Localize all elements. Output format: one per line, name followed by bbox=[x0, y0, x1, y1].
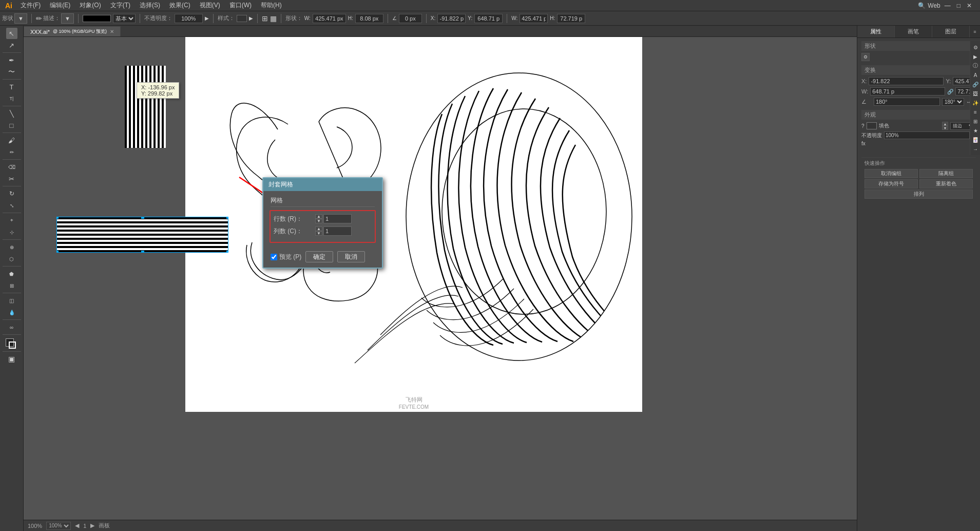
shape-h-input[interactable] bbox=[355, 14, 383, 23]
link-proportions-icon[interactable]: 🔗 bbox=[947, 89, 953, 94]
change-screen-mode[interactable]: ▣ bbox=[6, 353, 17, 365]
perspective-tool[interactable]: ⬟ bbox=[6, 268, 17, 279]
fill-color-swatch[interactable] bbox=[867, 122, 877, 129]
tab-close-btn[interactable]: ✕ bbox=[110, 29, 114, 34]
fill-up[interactable]: ▲ bbox=[942, 122, 948, 126]
pen-tool[interactable]: ✒ bbox=[6, 54, 17, 66]
grid-icon[interactable]: ▦ bbox=[270, 14, 277, 23]
fill-down[interactable]: ▼ bbox=[942, 126, 948, 130]
touch-type-tool[interactable]: T| bbox=[6, 93, 17, 104]
zoom-select[interactable]: 100% bbox=[46, 522, 71, 530]
sidebar-info-icon[interactable]: ⓘ bbox=[971, 62, 979, 70]
window-close[interactable]: ✕ bbox=[965, 2, 974, 9]
direct-select-tool[interactable]: ↗ bbox=[6, 40, 17, 51]
handle-br[interactable] bbox=[226, 251, 228, 253]
scale-tool[interactable]: ⤡ bbox=[6, 200, 17, 211]
blend-tool[interactable]: ∞ bbox=[6, 321, 17, 333]
sidebar-star-icon[interactable]: ★ bbox=[971, 126, 979, 135]
row-input[interactable] bbox=[323, 214, 352, 223]
window-maximize[interactable]: □ bbox=[955, 2, 963, 9]
menu-select[interactable]: 选择(S) bbox=[136, 0, 164, 11]
curvature-tool[interactable]: 〜 bbox=[6, 66, 17, 78]
isolate-btn[interactable]: 隔离组 bbox=[919, 169, 973, 178]
save-symbol-btn[interactable]: 存储为符号 bbox=[864, 179, 918, 188]
sidebar-link-icon[interactable]: 🔗 bbox=[971, 80, 979, 88]
opacity-input[interactable] bbox=[175, 14, 203, 23]
pencil-tool[interactable]: ✏ bbox=[6, 146, 17, 158]
right-panel-menu-btn[interactable]: ≡ bbox=[970, 26, 980, 37]
shape-settings-icon[interactable]: ⚙ bbox=[861, 53, 870, 61]
eyedropper-tool[interactable]: 💧 bbox=[6, 307, 17, 318]
striped-rect-object[interactable] bbox=[56, 217, 228, 253]
cx-input[interactable] bbox=[437, 14, 466, 23]
row-spin-up[interactable]: ▲ bbox=[315, 214, 322, 219]
angle-input[interactable] bbox=[399, 14, 422, 23]
cancel-button[interactable]: 取消 bbox=[337, 251, 365, 262]
right-tab-layers[interactable]: 图层 bbox=[932, 26, 970, 37]
sidebar-lines-icon[interactable]: ≡ bbox=[971, 108, 979, 116]
nav-next[interactable]: ▶ bbox=[90, 522, 94, 529]
pen-icon[interactable]: ✏ bbox=[36, 14, 42, 23]
cw-input[interactable] bbox=[520, 14, 548, 23]
handle-tm[interactable] bbox=[141, 217, 144, 219]
w-input[interactable] bbox=[870, 87, 945, 96]
sidebar-effects-icon[interactable]: ✨ bbox=[971, 99, 979, 107]
live-paint-tool[interactable]: ⬡ bbox=[6, 253, 17, 264]
shape-builder-tool[interactable]: ⊕ bbox=[6, 241, 17, 253]
menu-effect[interactable]: 效果(C) bbox=[165, 0, 195, 11]
arrange-btn[interactable]: 排列 bbox=[864, 189, 973, 199]
active-tab[interactable]: XXX.ai* @ 100% (RGB/GPU 预览) ✕ bbox=[24, 26, 121, 36]
sidebar-card-icon[interactable]: 🃏 bbox=[971, 136, 979, 144]
handle-bl[interactable] bbox=[56, 251, 59, 253]
stroke-swatch-tool[interactable] bbox=[9, 342, 16, 349]
col-spin-down[interactable]: ▼ bbox=[315, 231, 322, 236]
rect-tool[interactable]: □ bbox=[6, 120, 17, 131]
scissors-tool[interactable]: ✂ bbox=[6, 173, 17, 184]
gradient-tool[interactable]: ◫ bbox=[6, 295, 17, 306]
window-minimize[interactable]: — bbox=[943, 2, 953, 9]
angle-select[interactable]: 180° bbox=[942, 98, 964, 106]
menu-edit[interactable]: 编辑(E) bbox=[46, 0, 74, 11]
mesh-tool[interactable]: ⊞ bbox=[6, 280, 17, 291]
type-tool[interactable]: T bbox=[6, 81, 17, 92]
menu-object[interactable]: 对象(O) bbox=[75, 0, 105, 11]
angle-value-input[interactable] bbox=[874, 98, 940, 106]
right-tab-properties[interactable]: 属性 bbox=[857, 26, 895, 37]
menu-view[interactable]: 视图(V) bbox=[196, 0, 224, 11]
handle-bm[interactable] bbox=[141, 251, 144, 253]
describe-btn[interactable]: ▼ bbox=[61, 13, 74, 24]
col-spin-up[interactable]: ▲ bbox=[315, 226, 322, 231]
select-tool[interactable]: ↖ bbox=[6, 28, 17, 39]
menu-help[interactable]: 帮助(H) bbox=[257, 0, 286, 11]
sidebar-grid-icon[interactable]: ⊞ bbox=[971, 117, 979, 125]
paintbrush-tool[interactable]: 🖌 bbox=[6, 135, 17, 146]
shape-w-input[interactable] bbox=[313, 14, 346, 23]
nav-prev[interactable]: ◀ bbox=[75, 522, 79, 529]
search-icon[interactable]: 🔍 bbox=[918, 2, 926, 9]
ungroup-btn[interactable]: 取消编组 bbox=[864, 169, 918, 178]
color-swatches[interactable] bbox=[5, 337, 19, 350]
sidebar-arrow-icon[interactable]: → bbox=[971, 145, 979, 153]
x-input[interactable] bbox=[869, 77, 944, 85]
cy-input[interactable] bbox=[474, 14, 503, 23]
eraser-tool[interactable]: ⌫ bbox=[6, 161, 17, 173]
recolor-btn[interactable]: 重新着色 bbox=[919, 179, 973, 188]
line-tool[interactable]: ╲ bbox=[6, 108, 17, 119]
align-icon[interactable]: ⊞ bbox=[262, 14, 268, 23]
handle-tr[interactable] bbox=[226, 217, 228, 219]
right-tab-brush[interactable]: 画笔 bbox=[895, 26, 932, 37]
rotate-tool[interactable]: ↻ bbox=[6, 188, 17, 199]
preview-checkbox-label[interactable]: 预览 (P) bbox=[271, 253, 301, 261]
warp-tool[interactable]: ⌖ bbox=[6, 215, 17, 226]
preview-checkbox[interactable] bbox=[271, 254, 277, 260]
col-input[interactable] bbox=[323, 226, 352, 236]
ch-input[interactable] bbox=[557, 14, 585, 23]
sidebar-settings-icon[interactable]: ⚙ bbox=[971, 43, 979, 51]
row-spin-down[interactable]: ▼ bbox=[315, 219, 322, 223]
handle-tl[interactable] bbox=[56, 217, 59, 219]
sidebar-image-icon[interactable]: 🖼 bbox=[971, 89, 979, 98]
opacity-section-input[interactable] bbox=[884, 131, 970, 139]
stroke-select[interactable]: 基本 bbox=[113, 14, 136, 23]
sidebar-play-icon[interactable]: ▶ bbox=[971, 52, 979, 61]
menu-file[interactable]: 文件(F) bbox=[16, 0, 45, 11]
